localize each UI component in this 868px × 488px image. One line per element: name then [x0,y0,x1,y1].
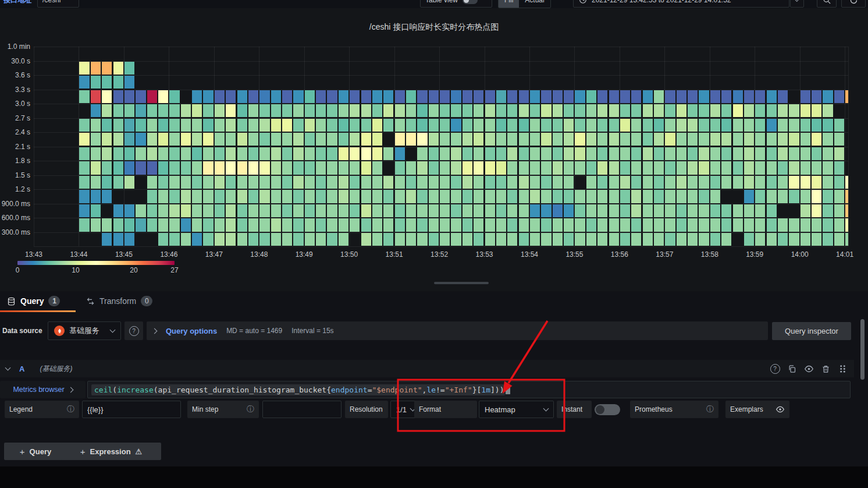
heatmap-cell [271,104,281,117]
heatmap-cell [665,119,675,132]
instant-toggle[interactable] [595,404,620,415]
heatmap-cell [406,90,416,103]
variable-dropdown[interactable]: /ceshi [37,0,79,8]
heatmap-cell [665,233,675,246]
heatmap-cell [215,190,225,203]
heatmap-cell [823,218,833,231]
heatmap-cell [688,218,698,231]
heatmap-cell [158,104,168,117]
heatmap-cell [169,218,179,231]
heatmap-cell [823,133,833,146]
heatmap-cell [259,90,269,103]
heatmap-cell [721,104,731,117]
heatmap-cell [778,218,788,231]
drag-handle-icon[interactable] [835,362,849,376]
tab-transform[interactable]: Transform 0 [86,291,152,311]
heatmap-cell [688,90,698,103]
heatmap-cell [597,147,607,160]
heatmap-cell [474,204,483,217]
heatmap-cell [395,119,405,132]
table-view-switch-icon[interactable] [463,0,478,4]
info-icon[interactable]: ⓘ [706,404,714,415]
heatmap-cell [248,218,258,231]
collapse-chevron-icon[interactable] [5,365,11,371]
heatmap-cell [147,204,157,217]
heatmap-cell [350,190,360,203]
table-view-toggle[interactable]: Table view [420,0,492,8]
heatmap-cell [316,90,326,103]
heatmap-cell [496,204,506,217]
heatmap-cell [124,233,134,246]
y-axis-tick: 600.0 ms [0,214,30,222]
tab-query[interactable]: Query 1 [7,291,60,311]
query-help-button[interactable]: ? [768,362,782,376]
variable-label: 接口地址 [3,0,31,8]
transform-icon [86,297,95,306]
clock-icon [578,0,588,5]
refresh-button[interactable] [841,0,866,8]
actual-button[interactable]: Actual [519,0,550,8]
heatmap-cell [463,104,472,117]
heatmap-cell [451,204,461,217]
heatmap-cell [654,161,664,174]
heatmap-cell [631,147,641,160]
heatmap-cell [485,90,495,103]
panel-resize-handle[interactable] [434,282,489,284]
scrollbar-thumb[interactable] [860,319,865,380]
heatmap-cell [620,204,630,217]
heatmap-cell [226,133,236,146]
toggle-visibility-button[interactable] [802,362,816,376]
heatmap-cell [553,104,563,117]
heatmap-cell [361,204,371,217]
zoom-out-button[interactable] [817,0,837,8]
exemplars-option[interactable]: Exemplars [725,401,789,418]
heatmap-cell [91,90,101,103]
heatmap-cell [755,218,765,231]
heatmap-cell [147,176,157,189]
heatmap-cell [248,90,258,103]
heatmap-cell [181,190,191,203]
promql-expression-input[interactable]: ceil(increase(api_request_duration_histo… [87,381,851,398]
add-expression-button[interactable]: + Expression ⚠ [61,443,161,460]
variable-value: /ceshi [42,0,61,4]
time-picker-dropdown[interactable] [790,0,804,8]
heatmap-cell [237,218,247,231]
heatmap-cell [282,233,292,246]
heatmap-cell [597,90,607,103]
heatmap-cell [733,119,743,132]
legend-input[interactable] [82,401,181,418]
heatmap-cell [801,90,810,103]
fill-button[interactable]: Fill [499,0,519,8]
heatmap-cell [417,176,427,189]
min-step-input[interactable] [262,401,341,418]
heatmap-cell [203,176,213,189]
heatmap-cell [429,190,439,203]
info-icon[interactable]: ⓘ [247,404,254,415]
duplicate-query-button[interactable] [785,362,799,376]
delete-query-button[interactable] [819,362,833,376]
heatmap-cell [496,133,506,146]
heatmap-cell [665,176,675,189]
heatmap-cell [451,104,461,117]
heatmap-cell [169,190,179,203]
info-icon[interactable]: ⓘ [67,404,74,415]
heatmap-cell [237,147,247,160]
datasource-help-button[interactable]: ? [124,321,143,340]
heatmap-cell [755,104,765,117]
add-query-button[interactable]: + Query [4,443,67,460]
metrics-browser-button[interactable]: Metrics browser [0,381,86,398]
query-inspector-button[interactable]: Query inspector [772,322,851,340]
heatmap-cell [451,119,461,132]
query-options-bar[interactable]: Query options MD = auto = 1469 Interval … [147,321,768,340]
expr-token: }[ [472,386,482,394]
format-select[interactable]: Heatmap [479,401,554,418]
heatmap-cell [327,218,337,231]
instant-label-text: Instant [561,405,582,413]
copy-icon [788,365,796,373]
heatmap-cell [259,204,269,217]
heatmap-cell [620,90,630,103]
time-range-picker[interactable]: 2021-12-29 13:42:53 to 2021-12-29 14:01:… [573,0,789,8]
datasource-picker[interactable]: 基础服务 [48,321,121,340]
query-row-header[interactable]: A (基础服务) ? [0,360,854,377]
heatmap-cell [710,161,720,174]
